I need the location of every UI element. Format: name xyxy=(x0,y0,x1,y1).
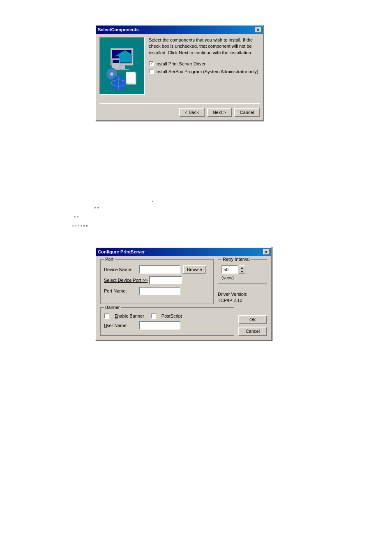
svg-point-8 xyxy=(110,72,113,76)
body-text-1: . xyxy=(160,189,161,197)
banner-group: Banner Enable Banner PostScript User Nam… xyxy=(100,307,234,336)
banner-checkboxes-row: Enable Banner PostScript xyxy=(104,313,231,319)
configure-printserver-titlebar: Configure PrintServer × xyxy=(96,248,271,256)
postscript-checkbox[interactable] xyxy=(151,313,156,319)
next-button[interactable]: Next > xyxy=(207,108,232,117)
option1-label[interactable]: Install Print Server Driver xyxy=(155,61,205,66)
select-components-image xyxy=(99,37,145,95)
select-components-body: Select the components that you wish to i… xyxy=(96,34,263,98)
cancel-button[interactable]: Cancel xyxy=(234,108,260,117)
select-components-content: Select the components that you wish to i… xyxy=(149,37,260,95)
retry-spinner: ▲ ▼ xyxy=(221,265,263,274)
retry-unit: (secs) xyxy=(221,275,263,280)
cp-action-buttons: OK Cancel xyxy=(238,307,267,336)
driver-version: Driver Version: TCP/IP 2.10 xyxy=(218,291,267,304)
cp-bottom-row: Banner Enable Banner PostScript User Nam… xyxy=(100,307,267,336)
option2-label: Install SerBox Program (System Administr… xyxy=(155,69,258,74)
cp-main-row: Port Device Name: Browse Select Device P… xyxy=(100,259,267,304)
svg-rect-6 xyxy=(113,60,119,63)
select-components-titlebar: SelectComponents × xyxy=(96,26,263,34)
select-components-options: Install Print Server Driver Install SerB… xyxy=(149,61,260,74)
port-group-title: Port xyxy=(104,257,115,262)
device-name-row: Device Name: Browse xyxy=(104,265,210,274)
configure-printserver-body: Port Device Name: Browse Select Device P… xyxy=(96,256,271,340)
option1-row: Install Print Server Driver xyxy=(149,61,260,66)
driver-version-value: TCP/IP 2.10 xyxy=(218,297,267,304)
user-name-row: User Name: xyxy=(104,321,231,330)
port-group: Port Device Name: Browse Select Device P… xyxy=(100,259,214,304)
select-components-dialog: SelectComponents × xyxy=(95,25,264,121)
enable-banner-label: Enable Banner xyxy=(115,313,144,318)
configure-printserver-title: Configure PrintServer xyxy=(98,249,145,254)
banner-group-title: Banner xyxy=(104,305,121,310)
select-device-port-input[interactable] xyxy=(149,276,182,284)
user-name-label: User Name: xyxy=(104,323,137,328)
option2-row: Install SerBox Program (System Administr… xyxy=(149,69,260,74)
configure-printserver-dialog: Configure PrintServer × Port Device Name… xyxy=(95,247,272,341)
retry-interval-title: Retry Interval xyxy=(221,257,251,262)
postscript-label: PostScript xyxy=(161,313,182,318)
select-components-close-button[interactable]: × xyxy=(255,27,261,33)
svg-rect-13 xyxy=(126,72,135,84)
port-name-label: Port Name: xyxy=(104,288,137,293)
back-button[interactable]: < Back xyxy=(179,108,205,117)
retry-value-input[interactable] xyxy=(221,265,238,274)
select-components-footer: < Back Next > Cancel xyxy=(96,98,263,120)
body-text-3: " " xyxy=(95,206,99,213)
select-components-title: SelectComponents xyxy=(98,27,139,32)
select-components-divider xyxy=(99,103,260,104)
driver-version-label: Driver Version: xyxy=(218,291,267,297)
select-components-description: Select the components that you wish to i… xyxy=(149,37,260,56)
select-device-port-label[interactable]: Select Device Port >> xyxy=(104,278,148,283)
select-components-buttons: < Back Next > Cancel xyxy=(99,106,260,117)
enable-banner-checkbox[interactable] xyxy=(104,313,109,319)
port-name-row: Port Name: xyxy=(104,287,210,295)
device-name-input[interactable] xyxy=(139,265,180,274)
body-text-4: " " xyxy=(74,215,78,222)
user-name-input[interactable] xyxy=(139,321,180,330)
installer-illustration xyxy=(100,38,145,95)
cancel-button-cp[interactable]: Cancel xyxy=(238,327,267,336)
select-device-port-row: Select Device Port >> xyxy=(104,276,210,284)
option2-checkbox[interactable] xyxy=(149,69,154,74)
spinner-down-arrow[interactable]: ▼ xyxy=(239,269,245,274)
spinner-arrows: ▲ ▼ xyxy=(239,265,245,274)
configure-printserver-close-button[interactable]: × xyxy=(263,249,270,255)
device-name-label: Device Name: xyxy=(104,267,137,272)
retry-section: Retry Interval ▲ ▼ (secs) Driver Version… xyxy=(218,259,267,304)
option1-checkbox[interactable] xyxy=(149,61,154,66)
retry-group: Retry Interval ▲ ▼ (secs) xyxy=(218,259,267,284)
body-text-5: " " " " " " xyxy=(72,224,88,231)
ok-button[interactable]: OK xyxy=(238,315,267,324)
body-text-2: . xyxy=(152,197,153,204)
browse-button[interactable]: Browse xyxy=(183,265,206,274)
port-name-input[interactable] xyxy=(139,287,180,295)
spinner-up-arrow[interactable]: ▲ xyxy=(239,265,245,269)
